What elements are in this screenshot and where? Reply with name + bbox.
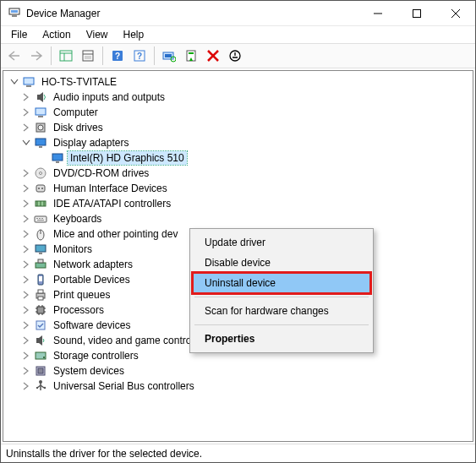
usb-icon bbox=[34, 379, 47, 393]
device-tree[interactable]: HO-TS-TVITALE Audio inputs and outputsCo… bbox=[3, 70, 473, 442]
context-menu-item[interactable]: Update driver bbox=[193, 232, 370, 253]
tree-category[interactable]: Audio inputs and outputs bbox=[3, 90, 473, 105]
tree-category[interactable]: Display adapters bbox=[3, 135, 473, 150]
expand-icon[interactable] bbox=[20, 304, 32, 316]
expand-icon[interactable] bbox=[20, 213, 32, 225]
display-icon bbox=[51, 151, 64, 165]
svg-rect-62 bbox=[37, 307, 44, 313]
context-menu-item[interactable]: Disable device bbox=[193, 253, 370, 273]
software-icon bbox=[34, 319, 47, 332]
tree-category[interactable]: Universal Serial Bus controllers bbox=[3, 379, 473, 394]
context-menu-item[interactable]: Properties bbox=[193, 329, 370, 349]
svg-rect-53 bbox=[36, 245, 46, 252]
tree-device[interactable]: Intel(R) HD Graphics 510 bbox=[3, 150, 473, 166]
collapse-icon[interactable] bbox=[20, 137, 32, 149]
tree-root[interactable]: HO-TS-TVITALE bbox=[3, 74, 473, 90]
svg-rect-22 bbox=[189, 52, 194, 54]
tree-category[interactable]: Human Interface Devices bbox=[3, 181, 473, 196]
tree-category-label: Sound, video and game controllers bbox=[51, 334, 212, 347]
svg-rect-55 bbox=[36, 263, 46, 268]
tree-category[interactable]: System devices bbox=[3, 363, 473, 379]
expand-icon[interactable] bbox=[20, 182, 32, 194]
expand-icon[interactable] bbox=[20, 198, 32, 210]
expand-icon[interactable] bbox=[20, 350, 32, 362]
disk-icon bbox=[34, 121, 47, 134]
tree-category-label: Audio inputs and outputs bbox=[51, 90, 167, 104]
expand-icon[interactable] bbox=[20, 259, 32, 270]
speaker-icon bbox=[34, 90, 47, 104]
expand-icon[interactable] bbox=[20, 274, 32, 286]
expand-icon[interactable] bbox=[20, 335, 32, 346]
tree-category-label: Network adapters bbox=[51, 258, 135, 271]
properties-button[interactable] bbox=[78, 46, 98, 66]
tree-category[interactable]: DVD/CD-ROM drives bbox=[3, 166, 473, 181]
tree-category-label: Monitors bbox=[51, 242, 95, 256]
dvd-icon bbox=[34, 166, 47, 180]
context-menu-item[interactable]: Scan for hardware changes bbox=[193, 301, 370, 321]
uninstall-button[interactable] bbox=[203, 46, 223, 66]
disable-button[interactable] bbox=[225, 46, 245, 66]
monitor-icon bbox=[34, 242, 47, 256]
expand-icon[interactable] bbox=[20, 365, 32, 377]
expand-icon[interactable] bbox=[20, 243, 32, 255]
context-menu-item[interactable]: Uninstall device bbox=[193, 273, 370, 293]
expand-icon[interactable] bbox=[20, 122, 32, 133]
menu-file[interactable]: File bbox=[4, 27, 34, 42]
expand-icon[interactable] bbox=[20, 167, 32, 179]
help-button[interactable]: ? bbox=[107, 46, 128, 66]
svg-rect-34 bbox=[39, 146, 42, 148]
help-topics-button[interactable]: ? bbox=[129, 46, 150, 66]
svg-rect-28 bbox=[37, 95, 40, 100]
statusbar-text: Uninstalls the driver for the selected d… bbox=[6, 448, 202, 460]
statusbar: Uninstalls the driver for the selected d… bbox=[1, 444, 475, 462]
svg-text:?: ? bbox=[115, 52, 120, 61]
close-button[interactable] bbox=[436, 1, 475, 26]
tree-category-label: Disk drives bbox=[51, 121, 106, 134]
expand-icon[interactable] bbox=[20, 228, 32, 240]
collapse-icon[interactable] bbox=[8, 76, 20, 88]
svg-rect-60 bbox=[38, 290, 43, 293]
tree-category-label: Human Interface Devices bbox=[51, 182, 170, 195]
tree-category[interactable]: IDE ATA/ATAPI controllers bbox=[3, 196, 473, 211]
menu-help[interactable]: Help bbox=[117, 27, 151, 42]
svg-rect-47 bbox=[36, 218, 38, 219]
scan-hardware-button[interactable] bbox=[159, 46, 179, 66]
tree-category[interactable]: Computer bbox=[3, 105, 473, 120]
network-icon bbox=[34, 258, 47, 271]
svg-point-32 bbox=[38, 125, 43, 130]
computer-icon bbox=[22, 75, 36, 89]
tree-category-label: Mice and other pointing dev bbox=[51, 227, 180, 241]
svg-rect-36 bbox=[56, 161, 59, 163]
expand-icon[interactable] bbox=[20, 106, 32, 118]
svg-rect-4 bbox=[413, 9, 421, 17]
svg-point-82 bbox=[44, 387, 46, 389]
tree-category-label: Display adapters bbox=[51, 136, 131, 150]
back-button[interactable] bbox=[4, 46, 25, 66]
minimize-button[interactable] bbox=[358, 1, 397, 26]
expand-icon[interactable] bbox=[20, 91, 32, 103]
hid-icon bbox=[34, 182, 47, 195]
tree-category[interactable]: Keyboards bbox=[3, 211, 473, 226]
show-hide-tree-button[interactable] bbox=[56, 46, 76, 66]
maximize-button[interactable] bbox=[397, 1, 436, 26]
expand-icon[interactable] bbox=[20, 319, 32, 331]
svg-rect-58 bbox=[39, 276, 42, 281]
context-menu-separator bbox=[194, 324, 369, 325]
menu-view[interactable]: View bbox=[79, 27, 115, 42]
update-driver-button[interactable] bbox=[181, 46, 201, 66]
context-menu-separator bbox=[194, 297, 369, 297]
svg-rect-29 bbox=[36, 108, 46, 115]
window-title: Device Manager bbox=[26, 8, 100, 19]
svg-rect-30 bbox=[38, 116, 43, 117]
expand-icon[interactable] bbox=[20, 380, 32, 392]
menu-action[interactable]: Action bbox=[36, 27, 77, 42]
storage-icon bbox=[34, 349, 47, 362]
toolbar-separator bbox=[51, 46, 52, 65]
svg-rect-26 bbox=[24, 78, 34, 84]
expand-icon[interactable] bbox=[20, 289, 32, 301]
tree-category[interactable]: Disk drives bbox=[3, 120, 473, 135]
svg-point-40 bbox=[38, 188, 40, 189]
context-menu: Update driverDisable deviceUninstall dev… bbox=[189, 228, 374, 353]
forward-button[interactable] bbox=[26, 46, 47, 66]
svg-rect-72 bbox=[36, 338, 39, 343]
